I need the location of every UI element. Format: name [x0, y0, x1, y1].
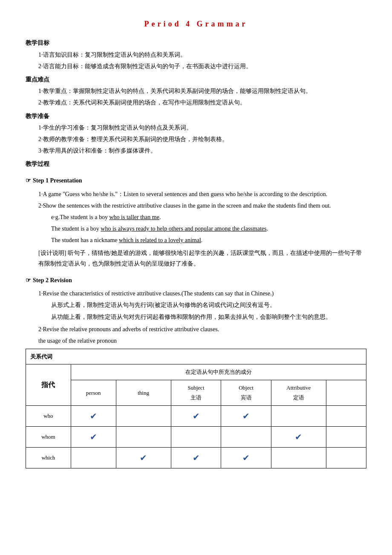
step1-p2: 2·Show the sentences with the restrictiv… — [38, 200, 366, 211]
step1-eg3-pre: The student has a nickname — [51, 237, 119, 243]
table-header-guanxi: 关系代词 — [26, 349, 366, 364]
step2-p2: 2·Revise the relative pronouns and adver… — [38, 324, 366, 335]
process-label: 教学过程 — [26, 159, 366, 169]
table-zhidai-row: 指代 在定语从句中所充当的成分 — [26, 364, 366, 380]
step1-design-note: [设计说明] 听句子，猜猜他/她是谁的游戏，能够很快地引起学生的兴趣，活跃课堂气… — [38, 248, 366, 269]
table-col-object: Object宾语 — [221, 380, 271, 405]
which-subject: ✔ — [171, 447, 221, 468]
step1-example-2: The student is a boy who is always ready… — [51, 223, 366, 234]
step1-example-3: The student has a nickname which is rela… — [51, 235, 366, 246]
goal1: 1·语言知识目标：复习限制性定语从句的特点和关系词。 — [38, 49, 366, 60]
table-zhidai-sublabel: 在定语从句中所充当的成分 — [71, 364, 366, 380]
which-label: which — [26, 447, 71, 468]
page-title: Period 4 Grammar — [26, 17, 366, 31]
table-col-thing: thing — [116, 380, 171, 405]
who-extra — [326, 405, 366, 426]
step1-eg2-pre: The student is a boy — [51, 225, 101, 232]
step1-p1: 1·A game "Guess who he/she is."：Listen t… — [38, 189, 366, 199]
which-extra — [326, 447, 366, 468]
whom-extra — [326, 426, 366, 447]
whom-label: whom — [26, 426, 71, 447]
who-attributive — [271, 405, 326, 426]
step1-eg3-underline: which is related to a lovely animal — [119, 237, 201, 243]
key-point-2: 2·教学难点：关系代词和关系副词使用的场合，在写作中运用限制性定语从句。 — [38, 97, 366, 108]
key-points-label: 重点难点 — [26, 74, 366, 85]
table-row-who: who ✔ ✔ ✔ — [26, 405, 366, 426]
table-col-person: person — [71, 380, 116, 405]
whom-object — [221, 426, 271, 447]
teaching-prep-section: 教学准备 1·学生的学习准备：复习限制性定语从句的特点及关系词。 2·教师的教学… — [26, 111, 366, 156]
step2-zh1: 从形式上看，限制性定语从句与先行词(被定语从句修饰的名词或代词)之间没有逗号。 — [51, 300, 366, 310]
step1-eg3-post: . — [201, 237, 203, 243]
teaching-goals-section: 教学目标 1·语言知识目标：复习限制性定语从句的特点和关系词。 2·语言能力目标… — [26, 38, 366, 72]
step1-example-1: e·g.The student is a boy who is taller t… — [51, 212, 366, 223]
table-col-attributive: Attributive定语 — [271, 380, 326, 405]
who-label: who — [26, 405, 71, 426]
who-person: ✔ — [71, 405, 116, 426]
whom-subject — [171, 426, 221, 447]
step1-heading: Step 1 Presentation — [26, 175, 366, 186]
table-header-row: 关系代词 — [26, 349, 366, 364]
step2-heading: Step 2 Revision — [26, 275, 366, 286]
relative-pronoun-table: 关系代词 指代 在定语从句中所充当的成分 person thing Subjec… — [26, 349, 366, 468]
teaching-process-section: 教学过程 Step 1 Presentation 1·A game "Guess… — [26, 159, 366, 468]
whom-thing — [116, 426, 171, 447]
which-object: ✔ — [221, 447, 271, 468]
prep-2: 2·教师的教学准备：整理关系代词和关系副词的使用场合，并绘制表格。 — [38, 134, 366, 145]
which-person — [71, 447, 116, 468]
whom-attributive: ✔ — [271, 426, 326, 447]
table-col-subject: Subject主语 — [171, 380, 221, 405]
step1-eg1-post: . — [159, 214, 161, 220]
table-row-whom: whom ✔ ✔ — [26, 426, 366, 447]
whom-person: ✔ — [71, 426, 116, 447]
goal2: 2·语言能力目标：能够造成含有限制性定语从句的句子，在书面表达中进行运用。 — [38, 61, 366, 72]
step1-eg1-pre: e·g.The student is a boy — [51, 214, 109, 220]
table-zhidai-label: 指代 — [26, 364, 71, 405]
prep-3: 3·教学用具的设计和准备：制作多媒体课件。 — [38, 145, 366, 156]
step1-eg1-underline: who is taller than me — [109, 214, 159, 220]
prep-label: 教学准备 — [26, 111, 366, 121]
step1-eg2-underline: who is always ready to help others and p… — [101, 225, 266, 232]
step2-zh2: 从功能上看，限制性定语从句对先行词起着修饰和限制的作用，如果去掉从句，会影响到整… — [51, 312, 366, 322]
key-points-section: 重点难点 1·教学重点：掌握限制性定语从句的特点，关系代词和关系副词使用的场合，… — [26, 74, 366, 108]
key-point-1: 1·教学重点：掌握限制性定语从句的特点，关系代词和关系副词使用的场合，能够运用限… — [38, 86, 366, 96]
who-thing — [116, 405, 171, 426]
which-thing: ✔ — [116, 447, 171, 468]
step1-eg2-post: . — [266, 225, 268, 232]
who-subject: ✔ — [171, 405, 221, 426]
table-col-extra — [326, 380, 366, 405]
step2-p2b: the usage of the relative pronoun — [38, 335, 366, 346]
table-row-which: which ✔ ✔ ✔ — [26, 447, 366, 468]
who-object: ✔ — [221, 405, 271, 426]
which-attributive — [271, 447, 326, 468]
table-col-headers-row: person thing Subject主语 Object宾语 Attribut… — [26, 380, 366, 405]
prep-1: 1·学生的学习准备：复习限制性定语从句的特点及关系词。 — [38, 122, 366, 133]
step2-p1: 1·Revise the characteristics of restrict… — [38, 288, 366, 299]
teaching-goals-label: 教学目标 — [26, 38, 366, 48]
